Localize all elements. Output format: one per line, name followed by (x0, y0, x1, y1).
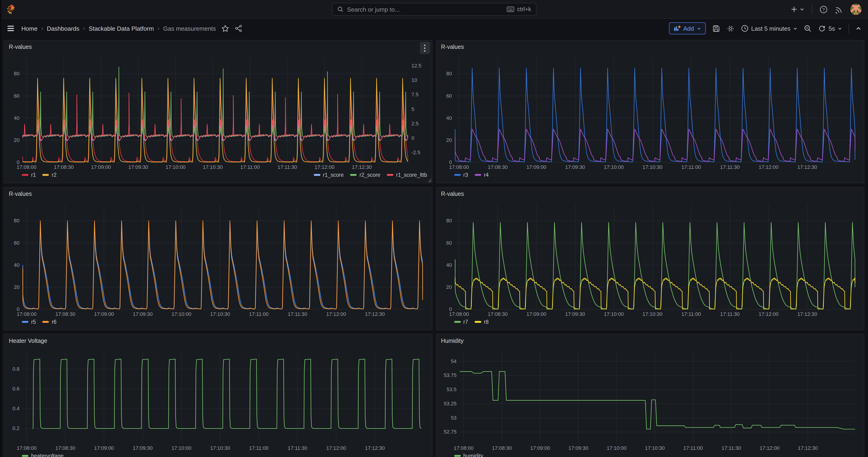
global-search[interactable]: ctrl+k (332, 3, 536, 16)
add-panel-button[interactable]: Add (669, 22, 706, 34)
legend-label: r6 (52, 319, 56, 325)
chevron-down-icon (794, 26, 798, 30)
legend-item-r6[interactable]: r6 (42, 319, 56, 325)
legend-item-r5[interactable]: r5 (22, 319, 36, 325)
legend-swatch (22, 174, 28, 176)
hamburger-icon (6, 24, 15, 33)
dashboard-settings-button[interactable] (726, 24, 734, 32)
window-edge (0, 0, 1, 457)
collapse-toolbar-button[interactable] (856, 25, 862, 31)
share-icon[interactable] (235, 25, 243, 32)
x-axis-label: 17:10:30 (642, 311, 662, 317)
panel-title: R-values (441, 44, 464, 50)
refresh-picker[interactable]: 5s (818, 25, 842, 32)
legend-item-heatervoltage[interactable]: heatervoltage (22, 453, 63, 457)
x-axis-label: 17:12:30 (365, 311, 385, 317)
search-icon (337, 6, 343, 12)
x-axis-label: 17:12:00 (326, 311, 346, 317)
x-axis-label: 17:08:00 (17, 164, 36, 170)
legend-label: r1_score_lttb (396, 172, 427, 178)
x-axis-label: 17:09:30 (565, 311, 585, 317)
x-axis-label: 17:09:00 (526, 164, 546, 170)
breadcrumb-dashboards[interactable]: Dashboards (47, 25, 79, 32)
legend-swatch (454, 174, 461, 176)
y-axis-label: 54 (451, 358, 456, 364)
x-axis-label: 17:11:30 (278, 164, 297, 170)
mega-menu-button[interactable] (6, 24, 15, 33)
panel-resize-handle[interactable] (428, 179, 431, 182)
legend: r1r2 r1_scorer2_scorer1_score_lttb (4, 171, 432, 183)
x-axis-label: 17:11:30 (721, 445, 741, 451)
x-axis-label: 17:12:30 (365, 445, 385, 451)
chart[interactable]: 17:08:0017:08:3017:09:0017:09:3017:10:00… (7, 54, 429, 171)
chart[interactable]: 17:08:0017:08:3017:09:0017:09:3017:10:00… (7, 347, 429, 452)
news-button[interactable] (835, 5, 843, 13)
legend-item-r8[interactable]: r8 (474, 319, 488, 325)
y-axis-label: 53.75 (443, 372, 456, 378)
panel-header[interactable]: R-values (436, 40, 864, 54)
grafana-app: ctrl+k ? (0, 0, 868, 457)
y-axis-label: 60 (14, 93, 20, 99)
legend-item-r1[interactable]: r1 (22, 172, 36, 178)
x-axis-label: 17:12:00 (760, 445, 779, 451)
search-input[interactable] (347, 6, 503, 13)
legend-item-r3[interactable]: r3 (454, 172, 468, 178)
x-axis-label: 17:11:00 (681, 311, 701, 317)
legend-label: humidity (463, 453, 483, 457)
breadcrumb-home[interactable]: Home (21, 25, 37, 32)
panel-r-values-2: R-values 17:08:0017:08:3017:09:0017:09:3… (436, 40, 864, 183)
panel-menu-icon[interactable] (420, 42, 430, 54)
legend-item-r7[interactable]: r7 (454, 319, 468, 325)
chart[interactable]: 17:08:0017:08:3017:09:0017:09:3017:10:00… (439, 54, 861, 171)
panel-r-values-4: R-values 17:08:0017:08:3017:09:0017:09:3… (436, 187, 864, 330)
user-avatar[interactable] (850, 4, 862, 15)
panel-header[interactable]: R-values (436, 187, 864, 201)
legend-item-r2_score[interactable]: r2_score (350, 172, 380, 178)
save-dashboard-button[interactable] (712, 24, 720, 32)
legend-item-r1_score[interactable]: r1_score (314, 172, 344, 178)
x-axis-label: 17:12:30 (352, 164, 372, 170)
y-axis-right-label: 12.5 (411, 63, 422, 69)
y-axis-right-label: 10 (411, 77, 417, 83)
chart[interactable]: 17:08:0017:08:3017:09:0017:09:3017:10:00… (439, 347, 861, 452)
x-axis-label: 17:12:30 (798, 445, 817, 451)
x-axis-label: 17:10:30 (210, 311, 230, 317)
y-axis-label: 20 (446, 137, 452, 143)
x-axis-label: 17:10:30 (642, 164, 662, 170)
legend-item-r2[interactable]: r2 (42, 172, 56, 178)
breadcrumb-folder[interactable]: Stackable Data Platform (89, 25, 154, 32)
chevron-down-icon (800, 7, 804, 12)
grafana-logo-icon[interactable] (6, 3, 17, 14)
legend-item-r1_score_lttb[interactable]: r1_score_lttb (387, 172, 427, 178)
legend-item-humidity[interactable]: humidity (454, 453, 483, 457)
legend-item-r4[interactable]: r4 (474, 172, 488, 178)
y-axis-label: 0 (17, 306, 20, 312)
chart[interactable]: 17:08:0017:08:3017:09:0017:09:3017:10:00… (7, 201, 429, 318)
time-range-picker[interactable]: Last 5 minutes (741, 25, 797, 32)
chart[interactable]: 17:08:0017:08:3017:09:0017:09:3017:10:00… (439, 201, 861, 318)
legend: r3r4 (436, 171, 864, 183)
save-icon (712, 24, 720, 32)
x-axis-label: 17:12:00 (314, 164, 335, 170)
legend-label: r8 (484, 319, 488, 325)
help-button[interactable]: ? (820, 5, 828, 13)
x-axis-label: 17:12:00 (326, 445, 346, 451)
zoom-out-button[interactable] (804, 24, 812, 32)
panel-header[interactable]: Heater Voltage (4, 334, 432, 347)
panel-header[interactable]: R-values (4, 187, 432, 201)
panel-header[interactable]: R-values (4, 40, 432, 54)
new-menu-button[interactable] (790, 6, 804, 13)
panel-header[interactable]: Humidity (436, 334, 864, 347)
y-axis-label: 20 (14, 284, 20, 290)
y-axis-label: 0.8 (12, 366, 20, 372)
favorite-star-icon[interactable] (221, 24, 229, 32)
x-axis-label: 17:09:30 (128, 164, 148, 170)
y-axis-label: 40 (446, 262, 452, 268)
legend: r7r8 (436, 318, 864, 330)
legend-label: heatervoltage (31, 453, 63, 457)
legend-swatch (350, 174, 357, 176)
legend-label: r2_score (360, 172, 380, 178)
x-axis-label: 17:08:30 (55, 311, 75, 317)
legend-label: r1 (31, 172, 36, 178)
x-axis-label: 17:09:30 (568, 445, 588, 451)
